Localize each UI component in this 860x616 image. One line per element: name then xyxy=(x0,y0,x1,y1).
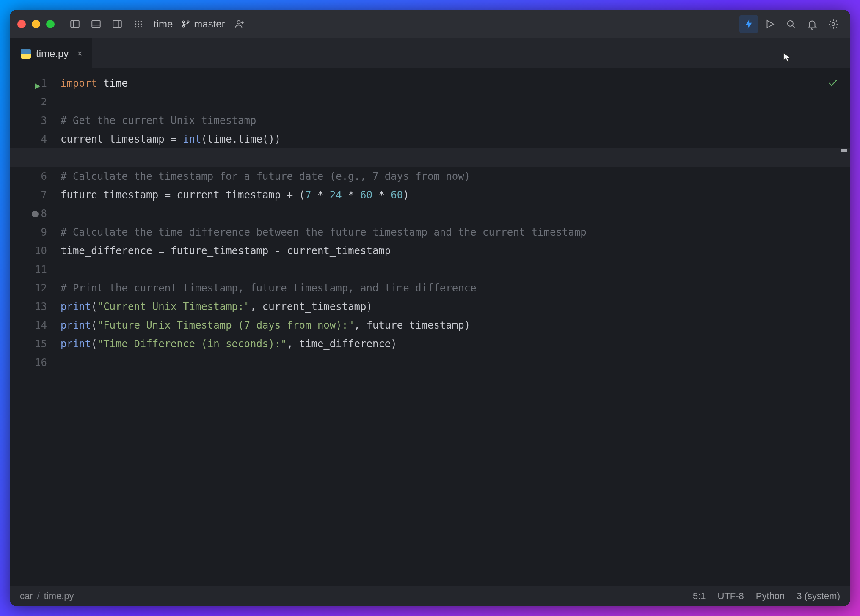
svg-marker-21 xyxy=(767,20,774,28)
svg-point-22 xyxy=(788,21,793,26)
window-maximize-button[interactable] xyxy=(46,20,55,28)
code-line[interactable]: current_timestamp = int(time.time()) xyxy=(61,130,850,148)
statusbar-right: 5:1 UTF-8 Python 3 (system) xyxy=(693,591,840,602)
svg-point-24 xyxy=(832,23,835,26)
svg-point-12 xyxy=(135,26,136,28)
inspection-check-icon[interactable] xyxy=(827,76,838,94)
code-line[interactable]: # Print the current timestamp, future ti… xyxy=(61,279,850,297)
code-line[interactable]: print("Future Unix Timestamp (7 days fro… xyxy=(61,316,850,335)
tabbar: time.py × xyxy=(10,38,850,68)
branch-name: master xyxy=(194,18,225,30)
gutter-line[interactable]: 3 xyxy=(10,111,47,130)
code-area[interactable]: import time# Get the current Unix timest… xyxy=(55,68,850,586)
svg-line-23 xyxy=(792,25,794,28)
python-file-icon xyxy=(21,49,31,59)
breadcrumb[interactable]: car / time.py xyxy=(20,591,74,602)
gutter-line[interactable]: 8 xyxy=(10,204,47,223)
svg-point-7 xyxy=(138,21,139,22)
main-window: time master xyxy=(10,10,850,606)
gutter-line[interactable]: 9 xyxy=(10,223,47,242)
code-line[interactable] xyxy=(10,148,850,167)
svg-point-9 xyxy=(135,23,136,25)
search-icon[interactable] xyxy=(782,15,800,33)
svg-point-18 xyxy=(237,21,240,24)
svg-point-10 xyxy=(138,23,139,25)
code-line[interactable]: # Calculate the time difference between … xyxy=(61,223,850,242)
code-line[interactable]: # Get the current Unix timestamp xyxy=(61,111,850,130)
gutter-line[interactable]: 10 xyxy=(10,242,47,260)
svg-point-14 xyxy=(141,26,142,28)
panel-bottom-icon[interactable] xyxy=(87,15,105,33)
breakpoint-gutter-icon[interactable] xyxy=(32,211,39,217)
code-line[interactable]: time_difference = future_timestamp - cur… xyxy=(61,242,850,260)
svg-rect-4 xyxy=(113,20,121,28)
vcs-branch[interactable]: master xyxy=(181,18,225,30)
svg-point-11 xyxy=(141,23,142,25)
titlebar: time master xyxy=(10,10,850,38)
settings-icon[interactable] xyxy=(824,15,843,33)
window-close-button[interactable] xyxy=(17,20,26,28)
tab-filename: time.py xyxy=(36,48,69,60)
code-line[interactable]: # Calculate the timestamp for a future d… xyxy=(61,167,850,186)
code-line[interactable] xyxy=(61,204,850,223)
grid-icon[interactable] xyxy=(129,15,148,33)
titlebar-left-icons xyxy=(66,15,148,33)
interpreter[interactable]: 3 (system) xyxy=(797,591,840,602)
code-line[interactable]: import time xyxy=(61,74,850,93)
cursor-position[interactable]: 5:1 xyxy=(693,591,706,602)
file-encoding[interactable]: UTF-8 xyxy=(717,591,744,602)
svg-point-13 xyxy=(138,26,139,28)
add-person-icon[interactable] xyxy=(230,15,249,33)
breadcrumb-separator: / xyxy=(37,591,40,602)
svg-rect-0 xyxy=(71,20,79,28)
branch-icon xyxy=(181,19,190,29)
svg-point-16 xyxy=(183,25,185,28)
notifications-icon[interactable] xyxy=(803,15,821,33)
code-line[interactable]: print("Time Difference (in seconds):", t… xyxy=(61,335,850,353)
gutter-line[interactable]: 1 xyxy=(10,74,47,93)
svg-point-8 xyxy=(141,21,142,22)
traffic-lights xyxy=(17,20,55,28)
text-caret xyxy=(61,152,61,164)
gutter-line[interactable]: 2 xyxy=(10,93,47,111)
panel-left-icon[interactable] xyxy=(66,15,84,33)
statusbar: car / time.py 5:1 UTF-8 Python 3 (system… xyxy=(10,586,850,606)
breadcrumb-root: car xyxy=(20,591,33,602)
project-name[interactable]: time xyxy=(154,18,173,30)
gutter[interactable]: 12345678910111213141516 xyxy=(10,68,55,586)
tab-time-py[interactable]: time.py × xyxy=(10,38,92,68)
svg-point-15 xyxy=(183,21,185,23)
gutter-line[interactable]: 11 xyxy=(10,260,47,279)
gutter-line[interactable]: 12 xyxy=(10,279,47,297)
code-line[interactable] xyxy=(61,260,850,279)
svg-rect-2 xyxy=(92,20,100,28)
editor[interactable]: 12345678910111213141516 import time# Get… xyxy=(10,68,850,586)
panel-right-icon[interactable] xyxy=(108,15,127,33)
gutter-line[interactable]: 4 xyxy=(10,130,47,148)
run-icon[interactable] xyxy=(761,15,779,33)
titlebar-right-icons xyxy=(739,15,843,33)
file-language[interactable]: Python xyxy=(756,591,785,602)
gutter-line[interactable]: 6 xyxy=(10,167,47,186)
ai-assistant-icon[interactable] xyxy=(739,15,758,33)
minimap-cursor-marker xyxy=(841,149,847,152)
window-minimize-button[interactable] xyxy=(32,20,40,28)
gutter-line[interactable]: 15 xyxy=(10,335,47,353)
gutter-line[interactable]: 16 xyxy=(10,353,47,372)
code-line[interactable] xyxy=(61,353,850,372)
gutter-line[interactable]: 13 xyxy=(10,297,47,316)
svg-point-6 xyxy=(135,21,136,22)
code-line[interactable]: future_timestamp = current_timestamp + (… xyxy=(61,186,850,204)
tab-close-button[interactable]: × xyxy=(74,47,86,61)
gutter-line[interactable]: 7 xyxy=(10,186,47,204)
svg-point-17 xyxy=(187,21,190,23)
code-line[interactable]: print("Current Unix Timestamp:", current… xyxy=(61,297,850,316)
gutter-line[interactable]: 14 xyxy=(10,316,47,335)
breadcrumb-file: time.py xyxy=(44,591,74,602)
svg-marker-25 xyxy=(35,83,40,89)
code-line[interactable] xyxy=(61,93,850,111)
